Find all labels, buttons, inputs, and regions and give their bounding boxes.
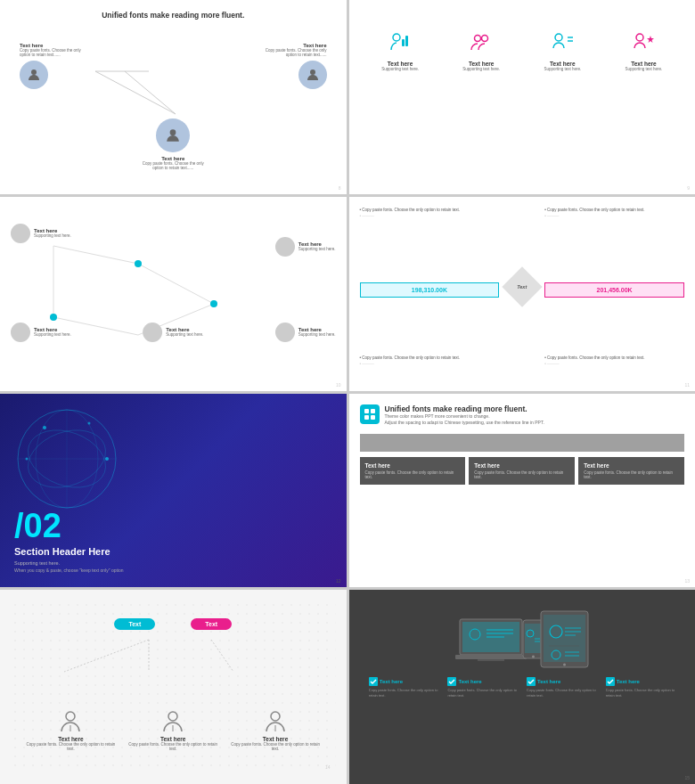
main-grid: Unified fonts make reading more fluent. … [0, 0, 695, 784]
stat-right: 201,456.00K [544, 282, 684, 298]
slide1-node-left: Text here Copy paste fonts. Choose the o… [20, 43, 82, 89]
slide8-items: Text here Copy paste fonts. Choose the o… [360, 677, 685, 698]
slide2-item-4: Text here Supporting text here. [608, 29, 679, 71]
slide1-title: Unified fonts make reading more fluent. [102, 11, 244, 20]
slide-7: Text Text Text here Copy paste fo [0, 590, 347, 784]
slide-4: • Copy paste fonts. Choose the only opti… [349, 197, 696, 391]
slide-3: Text here Supporting text here. Text her… [0, 197, 347, 391]
svg-point-22 [50, 314, 57, 321]
slide2-number: 9 [687, 185, 690, 191]
slide1-diagram: Text here Copy paste fonts. Choose the o… [11, 25, 336, 184]
svg-point-10 [482, 36, 488, 42]
svg-rect-55 [455, 655, 527, 659]
svg-point-11 [555, 34, 562, 41]
svg-rect-7 [402, 39, 405, 46]
svg-rect-34 [364, 409, 369, 413]
slide6-header: Unified fonts make reading more fluent. … [360, 404, 685, 427]
svg-point-14 [636, 34, 643, 41]
slide7-number: 14 [325, 764, 331, 770]
svg-point-3 [31, 69, 37, 75]
svg-rect-36 [364, 415, 369, 420]
slide6-card2-sub: Copy paste fonts. Choose the only option… [474, 470, 569, 479]
slide5-sub2: When you copy & paste, choose "keep text… [14, 568, 332, 573]
svg-line-2 [95, 71, 176, 114]
svg-line-16 [53, 246, 138, 264]
svg-point-30 [43, 426, 46, 429]
slide6-card3-sub: Copy paste fonts. Choose the only option… [584, 470, 679, 479]
slide5-number-label: 12 [336, 578, 341, 584]
svg-point-47 [271, 712, 280, 721]
slide6-cards: Text here Copy paste fonts. Choose the o… [360, 457, 685, 485]
slide1-node-center: Text here Copy paste fonts. Choose the o… [137, 118, 208, 170]
slide6-card1-sub: Copy paste fonts. Choose the only option… [365, 470, 461, 479]
svg-point-5 [170, 129, 176, 135]
slide-8: Text here Copy paste fonts. Choose the o… [349, 590, 696, 784]
slide6-card2-title: Text here [474, 462, 569, 469]
slide-2: Text here Supporting text here. Text her… [349, 0, 696, 194]
slide8-number: 15 [684, 775, 690, 780]
slide4-left: • Copy paste fonts. Choose the only opti… [360, 208, 500, 366]
slide6-gray-bar [360, 434, 685, 452]
slide6-card-2: Text here Copy paste fonts. Choose the o… [469, 457, 575, 485]
svg-line-42 [211, 640, 233, 672]
slide6-card1-title: Text here [365, 462, 461, 469]
svg-line-18 [138, 264, 214, 304]
svg-line-40 [64, 640, 149, 672]
slide2-item-2: Text here Supporting text here. [446, 29, 517, 71]
slide7-item-1: Text here Copy paste fonts. Choose the o… [25, 708, 117, 751]
slide4-text-label: Text [517, 284, 527, 290]
svg-rect-8 [405, 36, 408, 46]
slide4-number: 11 [684, 382, 690, 388]
svg-point-4 [310, 69, 315, 75]
svg-point-59 [532, 655, 535, 657]
s3-node-tl: Text here Supporting text here. [11, 224, 71, 243]
svg-rect-56 [478, 659, 504, 661]
slide6-title: Unified fonts make reading more fluent. [385, 404, 544, 413]
slide5-orb [9, 401, 134, 520]
slide6-desc2: Adjust the spacing to adapt to Chinese t… [385, 420, 544, 427]
slide8-devices [360, 608, 685, 670]
slide5-number: /02 [14, 509, 332, 543]
slide6-card-3: Text here Copy paste fonts. Choose the o… [578, 457, 684, 485]
svg-point-23 [210, 300, 217, 307]
slide6-icon [360, 404, 380, 424]
slide6-card-1: Text here Copy paste fonts. Choose the o… [360, 457, 466, 485]
slide2-item-3: Text here Supporting text here. [527, 29, 598, 71]
slide2-item-1: Text here Supporting text here. [364, 29, 436, 71]
slide6-desc1: Theme color makes PPT more convenient to… [385, 413, 544, 421]
slide3-number: 10 [336, 382, 341, 388]
slide1-node-right: Text here Copy paste fonts. Choose the o… [265, 43, 327, 89]
svg-point-31 [88, 421, 91, 424]
slide-5: /02 Section Header Here Supporting text … [0, 394, 347, 588]
svg-point-6 [393, 34, 400, 41]
svg-marker-15 [647, 36, 654, 43]
slide7-item-2: Text here Copy paste fonts. Choose the o… [127, 708, 219, 751]
slide4-center: Text [506, 208, 537, 366]
slide7-item-3: Text here Copy paste fonts. Choose the o… [229, 708, 321, 751]
svg-rect-35 [371, 409, 375, 413]
s3-node-br: Text here Supporting text here. [275, 323, 336, 342]
svg-rect-37 [371, 415, 375, 420]
slide8-item-3: Text here Copy paste fonts. Choose the o… [527, 677, 596, 698]
svg-rect-64 [544, 615, 585, 662]
svg-point-21 [135, 260, 142, 267]
slide8-item-1: Text here Copy paste fonts. Choose the o… [369, 677, 438, 698]
svg-point-32 [105, 457, 109, 461]
slide7-pills: Text Text [11, 600, 336, 630]
svg-point-65 [563, 663, 566, 666]
slide7-items: Text here Copy paste fonts. Choose the o… [11, 708, 336, 751]
slide2-icon-row: Text here Supporting text here. Text her… [360, 29, 685, 71]
svg-point-45 [168, 712, 177, 721]
svg-point-9 [475, 36, 481, 42]
s3-node-bl: Text here Supporting text here. [11, 323, 71, 342]
s3-node-tr: Text here Supporting text here. [275, 237, 336, 257]
slide-6: Unified fonts make reading more fluent. … [349, 394, 696, 588]
slide5-sub1: Supporting text here. [14, 560, 332, 566]
slide-1: Unified fonts make reading more fluent. … [0, 0, 347, 194]
stat-left: 198,310.00K [360, 282, 500, 298]
svg-point-33 [26, 457, 29, 460]
svg-line-1 [125, 71, 176, 114]
slide8-item-4: Text here Copy paste fonts. Choose the o… [606, 677, 675, 698]
s3-node-bm: Text here Supporting text here. [143, 323, 203, 342]
slide6-card3-title: Text here [584, 462, 679, 469]
